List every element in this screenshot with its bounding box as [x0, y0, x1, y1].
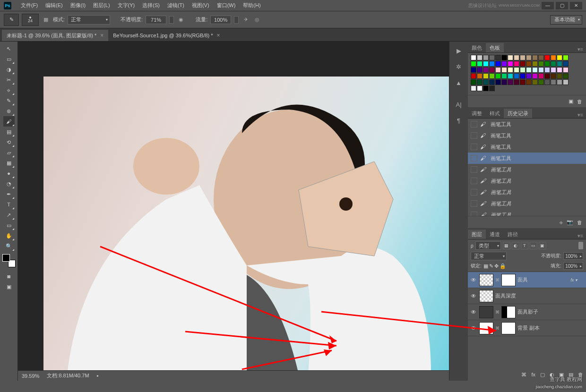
- filter-adjust-icon[interactable]: ◐: [512, 242, 519, 249]
- swatch[interactable]: [501, 67, 507, 73]
- swatch[interactable]: [526, 67, 532, 73]
- layer-thumbnail[interactable]: [479, 274, 493, 286]
- swatch[interactable]: [526, 79, 532, 85]
- tab-paths[interactable]: 路径: [504, 230, 522, 239]
- swatch[interactable]: [471, 73, 476, 79]
- brush-tool[interactable]: 🖌: [3, 116, 15, 127]
- brush-panel-icon[interactable]: ▦: [42, 16, 50, 24]
- swatch[interactable]: [551, 79, 556, 85]
- history-brush-tool[interactable]: ⟲: [3, 137, 15, 147]
- swatch[interactable]: [538, 55, 544, 60]
- layer-name[interactable]: 面具: [517, 276, 569, 283]
- swatch[interactable]: [508, 55, 513, 60]
- maximize-button[interactable]: ▢: [556, 2, 568, 9]
- swatch[interactable]: [526, 61, 532, 67]
- swatch[interactable]: [563, 79, 569, 85]
- history-item[interactable]: 🖌画笔工具: [468, 141, 586, 153]
- dodge-tool[interactable]: ◔: [3, 179, 15, 189]
- visibility-icon[interactable]: 👁: [470, 276, 477, 284]
- character-icon[interactable]: A|: [454, 99, 464, 110]
- swatch[interactable]: [557, 61, 562, 67]
- history-item[interactable]: 🖌画笔工具: [468, 153, 586, 164]
- history-item[interactable]: 🖌画笔工具: [468, 130, 586, 141]
- swatch[interactable]: [501, 61, 507, 67]
- swatch[interactable]: [544, 67, 550, 73]
- foreground-color-swatch[interactable]: [2, 254, 10, 262]
- fx-badge[interactable]: fx ▾: [570, 278, 577, 282]
- layer-fx-icon[interactable]: fx: [531, 372, 535, 377]
- shape-tool[interactable]: ▭: [3, 220, 15, 230]
- swatch[interactable]: [532, 73, 538, 79]
- panel-menu-icon[interactable]: ▾≡: [575, 233, 586, 239]
- lock-pixels-icon[interactable]: ✎: [489, 263, 493, 269]
- swatch[interactable]: [501, 73, 507, 79]
- swatch[interactable]: [563, 55, 569, 60]
- swatch[interactable]: [477, 55, 483, 60]
- swatch[interactable]: [514, 55, 519, 60]
- swatch[interactable]: [514, 73, 519, 79]
- swatch[interactable]: [544, 79, 550, 85]
- color-swatches[interactable]: [2, 254, 16, 267]
- opacity-input[interactable]: 71%: [146, 16, 166, 24]
- menu-view[interactable]: 视图(V): [188, 2, 213, 9]
- marquee-tool[interactable]: ▭: [3, 54, 15, 64]
- swatch[interactable]: [483, 73, 489, 79]
- swatch[interactable]: [544, 55, 550, 60]
- crop-tool[interactable]: ⎆: [3, 85, 15, 95]
- canvas[interactable]: [43, 77, 449, 374]
- history-item[interactable]: 🖌画笔工具: [468, 209, 586, 216]
- swatch[interactable]: [532, 55, 538, 60]
- brush-preset-picker[interactable]: 24: [22, 14, 39, 26]
- visibility-icon[interactable]: 👁: [470, 292, 477, 300]
- swatch[interactable]: [508, 73, 513, 79]
- swatch[interactable]: [544, 61, 550, 67]
- layer-opacity-input[interactable]: 100%: [563, 252, 583, 260]
- flow-input[interactable]: 100%: [210, 16, 231, 24]
- swatch[interactable]: [526, 55, 532, 60]
- layer-thumbnail[interactable]: [479, 306, 493, 318]
- filter-type-icon[interactable]: T: [521, 242, 528, 249]
- pen-tool[interactable]: ✒: [3, 189, 15, 199]
- swatch[interactable]: [544, 73, 550, 79]
- swatch[interactable]: [551, 61, 556, 67]
- swatch[interactable]: [477, 79, 483, 85]
- eyedropper-tool[interactable]: ✎: [3, 95, 15, 106]
- swatch[interactable]: [483, 61, 489, 67]
- swatch[interactable]: [514, 61, 519, 67]
- zoom-level[interactable]: 39.59%: [22, 373, 39, 379]
- panel-menu-icon[interactable]: ▾≡: [575, 112, 586, 118]
- eraser-tool[interactable]: ▱: [3, 147, 15, 158]
- history-item[interactable]: 🖌画笔工具: [468, 187, 586, 198]
- filter-toggle[interactable]: [578, 242, 583, 249]
- menu-window[interactable]: 窗口(W): [213, 2, 240, 9]
- mask-thumbnail[interactable]: [501, 306, 516, 318]
- swatch[interactable]: [489, 85, 495, 91]
- document-tab-1[interactable]: 未标题-1 @ 39.6% (面具, 图层蒙版/8) * ×: [2, 30, 108, 41]
- swatch[interactable]: [483, 85, 489, 91]
- swatch[interactable]: [489, 79, 495, 85]
- swatch[interactable]: [538, 61, 544, 67]
- swatch[interactable]: [489, 61, 495, 67]
- history-item[interactable]: 🖌画笔工具: [468, 175, 586, 187]
- menu-select[interactable]: 选择(S): [138, 2, 164, 9]
- stamp-tool[interactable]: ▤: [3, 127, 15, 137]
- swatch[interactable]: [483, 79, 489, 85]
- paragraph-icon[interactable]: ¶: [454, 115, 464, 126]
- lock-position-icon[interactable]: ✥: [494, 263, 499, 269]
- blur-tool[interactable]: ●: [3, 168, 15, 179]
- swatch[interactable]: [551, 67, 556, 73]
- swatch[interactable]: [563, 67, 569, 73]
- swatch[interactable]: [551, 73, 556, 79]
- swatch[interactable]: [471, 67, 476, 73]
- swatch[interactable]: [557, 67, 562, 73]
- tablet-opacity-icon[interactable]: ◉: [177, 16, 185, 24]
- move-tool[interactable]: ↖: [3, 43, 15, 54]
- swatch[interactable]: [532, 67, 538, 73]
- layer-thumbnail[interactable]: [479, 290, 493, 302]
- swatch[interactable]: [508, 67, 513, 73]
- swatch[interactable]: [557, 55, 562, 60]
- layer-thumbnail[interactable]: [479, 322, 493, 334]
- close-icon[interactable]: ×: [100, 32, 103, 39]
- close-button[interactable]: ✕: [570, 2, 582, 9]
- quick-select-tool[interactable]: ✂: [3, 75, 15, 85]
